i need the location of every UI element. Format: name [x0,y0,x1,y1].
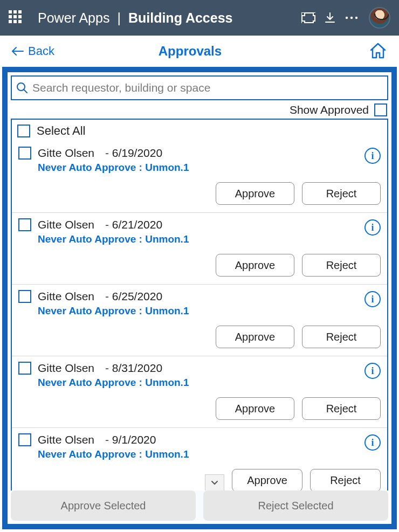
show-approved-row: Show Approved [11,100,388,119]
reject-button[interactable]: Reject [302,182,381,205]
request-date: 6/19/2020 [112,147,162,159]
reject-button[interactable]: Reject [310,469,381,492]
request-item: Gitte Olsen - 8/31/2020 Never Auto Appro… [12,356,387,427]
chevron-down-icon [211,480,218,486]
requestor-name: Gitte Olsen [38,362,94,374]
content-frame: Show Approved Select All Gitte Olsen - 6… [2,67,397,529]
svg-rect-1 [301,12,305,16]
info-icon[interactable]: i [364,291,381,307]
request-date: 8/31/2020 [112,362,162,374]
request-policy: Never Auto Approve : Unmon.1 [38,448,358,460]
title-divider: | [117,10,121,26]
approve-button[interactable]: Approve [216,254,294,277]
date-separator: - [105,218,112,231]
approve-button[interactable]: Approve [216,397,294,420]
footer: Approve Selected Reject Selected [11,490,388,521]
approve-button[interactable]: Approve [216,326,294,348]
reject-button[interactable]: Reject [302,254,381,277]
request-item: Gitte Olsen - 9/1/2020 Never Auto Approv… [12,427,387,499]
app-launcher-icon[interactable] [9,10,24,25]
request-policy: Never Auto Approve : Unmon.1 [38,233,358,245]
titlebar: Power Apps | Building Access [0,0,399,36]
screen-name: Building Access [128,10,233,26]
svg-point-5 [346,17,348,19]
approve-selected-button[interactable]: Approve Selected [11,490,196,521]
request-item: Gitte Olsen - 6/19/2020 Never Auto Appro… [12,141,387,212]
show-approved-label: Show Approved [290,103,369,116]
search-input[interactable] [32,81,383,94]
request-checkbox[interactable] [18,433,31,446]
select-all-row: Select All [12,120,387,141]
avatar[interactable] [369,7,390,29]
requestor-name: Gitte Olsen [38,290,94,302]
request-item: Gitte Olsen - 6/25/2020 Never Auto Appro… [12,284,387,356]
requestor-name: Gitte Olsen [38,218,94,231]
search-icon [16,82,28,94]
date-separator: - [105,290,112,302]
request-policy: Never Auto Approve : Unmon.1 [38,162,358,174]
request-item: Gitte Olsen - 6/21/2020 Never Auto Appro… [12,212,387,284]
request-checkbox[interactable] [18,218,31,231]
select-all-label: Select All [37,124,86,138]
download-icon[interactable] [319,7,341,29]
svg-rect-2 [313,12,315,16]
reject-selected-button[interactable]: Reject Selected [203,490,388,521]
request-policy: Never Auto Approve : Unmon.1 [38,377,358,389]
info-icon[interactable]: i [364,148,381,164]
subheader: Back Approvals [0,36,399,67]
approve-button[interactable]: Approve [216,182,294,205]
app-name: Power Apps [38,10,109,26]
svg-rect-3 [301,21,305,23]
request-checkbox[interactable] [18,147,31,160]
request-checkbox[interactable] [18,362,31,375]
svg-rect-4 [313,21,315,23]
requestor-name: Gitte Olsen [38,433,94,446]
show-approved-checkbox[interactable] [374,103,387,116]
date-separator: - [105,362,112,374]
request-date: 9/1/2020 [112,433,156,446]
approve-button[interactable]: Approve [232,469,302,492]
search-field[interactable] [11,75,388,100]
dropdown-button[interactable] [205,474,224,492]
request-date: 6/21/2020 [112,218,162,231]
info-icon[interactable]: i [364,219,381,236]
request-policy: Never Auto Approve : Unmon.1 [38,305,358,317]
fit-to-screen-icon[interactable] [298,7,319,29]
info-icon[interactable]: i [364,363,381,379]
date-separator: - [105,433,112,446]
svg-point-7 [355,17,357,19]
requests-list: Select All Gitte Olsen - 6/19/2020 Never… [11,119,388,521]
svg-point-6 [350,17,353,19]
home-button[interactable] [369,42,388,61]
reject-button[interactable]: Reject [302,326,381,348]
more-icon[interactable] [341,7,362,29]
reject-button[interactable]: Reject [302,397,381,420]
request-date: 6/25/2020 [112,290,162,302]
page-title: Approvals [11,44,369,59]
select-all-checkbox[interactable] [17,125,30,137]
home-icon [369,42,387,60]
requestor-name: Gitte Olsen [38,147,94,159]
date-separator: - [105,147,112,159]
info-icon[interactable]: i [364,434,381,451]
request-checkbox[interactable] [18,290,31,303]
